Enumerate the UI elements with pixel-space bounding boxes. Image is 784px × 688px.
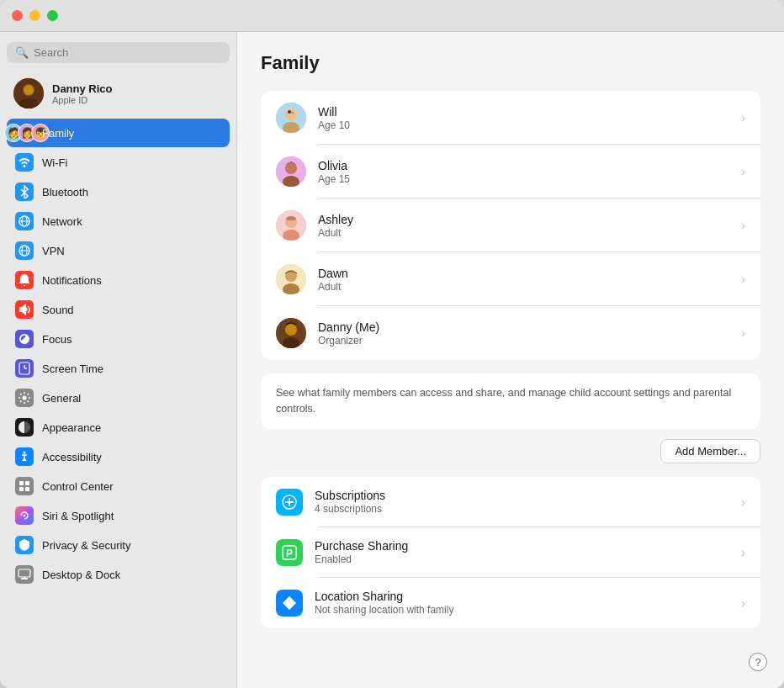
sidebar-item-appearance[interactable]: Appearance xyxy=(7,413,230,442)
wifi-icon xyxy=(15,153,34,172)
member-row-danny[interactable]: Danny (Me) Organizer › xyxy=(261,306,760,360)
service-row-subscriptions[interactable]: Subscriptions 4 subscriptions › xyxy=(261,477,760,527)
content-area: 🔍 Danny Rico Apple ID xyxy=(0,32,784,688)
focus-label: Focus xyxy=(42,333,72,346)
purchase-icon: P xyxy=(276,539,303,566)
close-button[interactable] xyxy=(12,10,23,21)
ashley-name: Ashley xyxy=(318,213,734,226)
sound-label: Sound xyxy=(42,304,74,316)
search-input[interactable] xyxy=(34,46,221,59)
svg-point-15 xyxy=(24,452,26,454)
sidebar-item-family[interactable]: 🧑 👩 👦 Family xyxy=(7,119,230,147)
wifi-label: Wi-Fi xyxy=(42,156,67,169)
notifications-label: Notifications xyxy=(42,274,102,287)
notifications-icon xyxy=(15,271,34,289)
svg-point-29 xyxy=(292,112,294,114)
purchase-sub: Enabled xyxy=(315,553,734,565)
help-button[interactable]: ? xyxy=(749,653,767,671)
appearance-icon xyxy=(15,418,34,437)
search-bar[interactable]: 🔍 xyxy=(7,42,230,63)
dawn-chevron: › xyxy=(741,273,745,286)
danny-avatar xyxy=(276,318,306,348)
sound-icon xyxy=(15,300,34,319)
titlebar xyxy=(0,0,784,32)
sidebar-item-siri[interactable]: Siri & Spotlight xyxy=(7,501,230,530)
add-member-row: Add Member... xyxy=(261,439,760,463)
description-text: See what family members can access and s… xyxy=(276,385,745,417)
sidebar-item-network[interactable]: Network xyxy=(7,207,230,236)
danny-info: Danny (Me) Organizer xyxy=(318,320,734,347)
will-info: Will Age 10 xyxy=(318,105,734,131)
member-row-ashley[interactable]: Ashley Adult › xyxy=(261,198,760,252)
appearance-label: Appearance xyxy=(42,421,101,434)
maximize-button[interactable] xyxy=(47,10,58,21)
ashley-avatar xyxy=(276,210,306,241)
focus-icon xyxy=(15,330,34,348)
search-icon: 🔍 xyxy=(15,46,29,59)
sidebar-item-accessibility[interactable]: Accessibility xyxy=(7,442,230,471)
network-label: Network xyxy=(42,215,82,228)
sidebar-item-notifications[interactable]: Notifications xyxy=(7,266,230,294)
dawn-sub: Adult xyxy=(318,281,734,293)
privacy-icon xyxy=(15,536,34,554)
member-row-will[interactable]: Will Age 10 › xyxy=(261,91,760,145)
sidebar-item-sound[interactable]: Sound xyxy=(7,295,230,324)
subscriptions-info: Subscriptions 4 subscriptions xyxy=(315,489,734,515)
location-info: Location Sharing Not sharing location wi… xyxy=(315,590,734,616)
sidebar-item-wifi[interactable]: Wi-Fi xyxy=(7,148,230,177)
ashley-chevron: › xyxy=(741,219,745,232)
will-chevron: › xyxy=(741,111,745,124)
sidebar-item-focus[interactable]: Focus xyxy=(7,325,230,353)
danny-chevron: › xyxy=(741,326,745,340)
bluetooth-label: Bluetooth xyxy=(42,186,88,198)
olivia-name: Olivia xyxy=(318,159,734,172)
privacy-label: Privacy & Security xyxy=(42,539,130,552)
member-row-dawn[interactable]: Dawn Adult › xyxy=(261,252,760,306)
sidebar-item-general[interactable]: General xyxy=(7,384,230,412)
user-subtitle: Apple ID xyxy=(52,95,113,105)
screentime-label: Screen Time xyxy=(42,363,103,375)
svg-point-40 xyxy=(285,324,297,336)
purchase-chevron: › xyxy=(741,546,745,559)
sidebar: 🔍 Danny Rico Apple ID xyxy=(0,32,237,688)
vpn-icon xyxy=(15,241,34,260)
dawn-avatar xyxy=(276,264,306,294)
svg-rect-18 xyxy=(19,487,24,491)
sidebar-item-privacy[interactable]: Privacy & Security xyxy=(7,531,230,559)
minimize-button[interactable] xyxy=(29,10,40,21)
desktop-label: Desktop & Dock xyxy=(42,569,120,581)
svg-rect-17 xyxy=(25,481,29,485)
svg-rect-23 xyxy=(21,578,28,580)
danny-sub: Organizer xyxy=(318,335,734,347)
svg-rect-16 xyxy=(19,481,24,485)
svg-point-26 xyxy=(285,108,297,120)
user-info: Danny Rico Apple ID xyxy=(52,82,113,105)
sidebar-item-desktop[interactable]: Desktop & Dock xyxy=(7,560,230,589)
will-sub: Age 10 xyxy=(318,119,734,131)
service-row-purchase[interactable]: P Purchase Sharing Enabled › xyxy=(261,527,760,578)
location-name: Location Sharing xyxy=(315,590,734,603)
svg-point-21 xyxy=(24,515,26,517)
svg-point-13 xyxy=(23,396,27,400)
siri-icon xyxy=(15,506,34,525)
subscriptions-icon xyxy=(276,489,303,516)
service-row-location[interactable]: Location Sharing Not sharing location wi… xyxy=(261,578,760,628)
sidebar-item-vpn[interactable]: VPN xyxy=(7,236,230,265)
services-card: Subscriptions 4 subscriptions › P Purcha xyxy=(261,477,760,628)
member-row-olivia[interactable]: Olivia Age 15 › xyxy=(261,145,760,198)
purchase-info: Purchase Sharing Enabled xyxy=(315,539,734,565)
dawn-info: Dawn Adult xyxy=(318,267,734,293)
olivia-info: Olivia Age 15 xyxy=(318,159,734,185)
subscriptions-chevron: › xyxy=(741,495,745,509)
add-member-button[interactable]: Add Member... xyxy=(660,439,760,463)
user-profile[interactable]: Danny Rico Apple ID xyxy=(7,73,230,114)
sidebar-item-controlcenter[interactable]: Control Center xyxy=(7,472,230,500)
svg-point-3 xyxy=(24,85,34,95)
family-label: Family xyxy=(42,127,74,140)
avatar xyxy=(13,78,44,108)
settings-window: 🔍 Danny Rico Apple ID xyxy=(0,0,784,688)
svg-point-28 xyxy=(288,110,291,114)
sidebar-item-screentime[interactable]: Screen Time xyxy=(7,354,230,383)
sidebar-item-bluetooth[interactable]: Bluetooth xyxy=(7,177,230,206)
ashley-sub: Adult xyxy=(318,227,734,239)
